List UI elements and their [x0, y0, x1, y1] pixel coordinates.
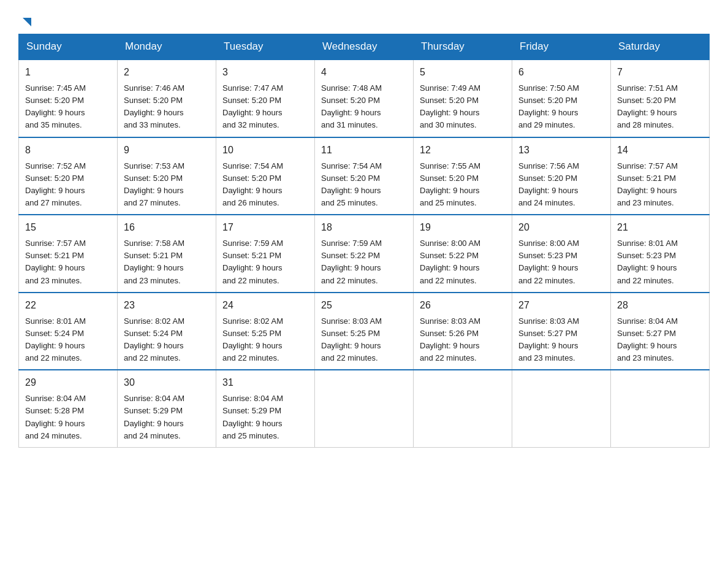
calendar-cell — [414, 370, 512, 447]
day-number: 30 — [124, 375, 210, 390]
day-number: 10 — [222, 143, 308, 158]
calendar-cell — [512, 370, 611, 447]
day-number: 9 — [124, 143, 210, 158]
day-info: Sunrise: 8:03 AMSunset: 5:27 PMDaylight:… — [518, 315, 604, 365]
day-info: Sunrise: 7:54 AMSunset: 5:20 PMDaylight:… — [321, 160, 407, 210]
calendar-cell: 2Sunrise: 7:46 AMSunset: 5:20 PMDaylight… — [118, 59, 216, 137]
calendar-cell: 26Sunrise: 8:03 AMSunset: 5:26 PMDayligh… — [414, 293, 512, 370]
day-number: 1 — [25, 65, 111, 80]
day-info: Sunrise: 7:58 AMSunset: 5:21 PMDaylight:… — [124, 237, 210, 287]
day-info: Sunrise: 8:03 AMSunset: 5:26 PMDaylight:… — [420, 315, 506, 365]
calendar-cell: 1Sunrise: 7:45 AMSunset: 5:20 PMDaylight… — [19, 59, 118, 137]
day-info: Sunrise: 8:04 AMSunset: 5:28 PMDaylight:… — [25, 393, 111, 442]
calendar-cell: 31Sunrise: 8:04 AMSunset: 5:29 PMDayligh… — [216, 370, 315, 447]
day-info: Sunrise: 8:00 AMSunset: 5:22 PMDaylight:… — [420, 237, 506, 287]
day-info: Sunrise: 7:49 AMSunset: 5:20 PMDaylight:… — [420, 82, 506, 132]
calendar-table: SundayMondayTuesdayWednesdayThursdayFrid… — [18, 34, 710, 448]
day-info: Sunrise: 7:56 AMSunset: 5:20 PMDaylight:… — [518, 160, 604, 210]
day-info: Sunrise: 7:55 AMSunset: 5:20 PMDaylight:… — [420, 160, 506, 210]
calendar-cell: 19Sunrise: 8:00 AMSunset: 5:22 PMDayligh… — [414, 215, 512, 293]
week-row-1: 1Sunrise: 7:45 AMSunset: 5:20 PMDaylight… — [19, 59, 710, 137]
day-number: 22 — [25, 298, 111, 313]
day-info: Sunrise: 8:02 AMSunset: 5:24 PMDaylight:… — [124, 315, 210, 365]
day-header-saturday: Saturday — [611, 34, 710, 60]
day-number: 11 — [321, 143, 407, 158]
calendar-cell: 17Sunrise: 7:59 AMSunset: 5:21 PMDayligh… — [216, 215, 315, 293]
day-info: Sunrise: 8:03 AMSunset: 5:25 PMDaylight:… — [321, 315, 407, 365]
day-number: 26 — [420, 298, 506, 313]
day-header-tuesday: Tuesday — [216, 34, 315, 60]
day-info: Sunrise: 8:01 AMSunset: 5:24 PMDaylight:… — [25, 315, 111, 365]
day-info: Sunrise: 8:04 AMSunset: 5:29 PMDaylight:… — [222, 393, 308, 442]
day-header-monday: Monday — [118, 34, 216, 60]
calendar-cell: 16Sunrise: 7:58 AMSunset: 5:21 PMDayligh… — [118, 215, 216, 293]
day-number: 17 — [222, 220, 308, 235]
day-number: 31 — [222, 375, 308, 390]
day-info: Sunrise: 7:59 AMSunset: 5:22 PMDaylight:… — [321, 237, 407, 287]
calendar-cell: 21Sunrise: 8:01 AMSunset: 5:23 PMDayligh… — [611, 215, 710, 293]
calendar-cell: 7Sunrise: 7:51 AMSunset: 5:20 PMDaylight… — [611, 59, 710, 137]
day-number: 16 — [124, 220, 210, 235]
calendar-cell: 14Sunrise: 7:57 AMSunset: 5:21 PMDayligh… — [611, 137, 710, 215]
day-header-wednesday: Wednesday — [315, 34, 414, 60]
day-number: 13 — [518, 143, 604, 158]
calendar-cell: 15Sunrise: 7:57 AMSunset: 5:21 PMDayligh… — [19, 215, 118, 293]
day-number: 2 — [124, 65, 210, 80]
day-header-sunday: Sunday — [19, 34, 118, 60]
calendar-cell — [315, 370, 414, 447]
day-number: 4 — [321, 65, 407, 80]
day-info: Sunrise: 8:04 AMSunset: 5:27 PMDaylight:… — [617, 315, 703, 365]
day-number: 21 — [617, 220, 703, 235]
day-number: 14 — [617, 143, 703, 158]
day-number: 5 — [420, 65, 506, 80]
day-info: Sunrise: 7:57 AMSunset: 5:21 PMDaylight:… — [25, 237, 111, 287]
day-info: Sunrise: 7:46 AMSunset: 5:20 PMDaylight:… — [124, 82, 210, 132]
day-info: Sunrise: 7:59 AMSunset: 5:21 PMDaylight:… — [222, 237, 308, 287]
day-info: Sunrise: 7:48 AMSunset: 5:20 PMDaylight:… — [321, 82, 407, 132]
page-header — [18, 12, 710, 28]
calendar-cell: 3Sunrise: 7:47 AMSunset: 5:20 PMDaylight… — [216, 59, 315, 137]
calendar-cell: 20Sunrise: 8:00 AMSunset: 5:23 PMDayligh… — [512, 215, 611, 293]
week-row-5: 29Sunrise: 8:04 AMSunset: 5:28 PMDayligh… — [19, 370, 710, 447]
day-info: Sunrise: 7:47 AMSunset: 5:20 PMDaylight:… — [222, 82, 308, 132]
day-info: Sunrise: 8:02 AMSunset: 5:25 PMDaylight:… — [222, 315, 308, 365]
calendar-cell: 4Sunrise: 7:48 AMSunset: 5:20 PMDaylight… — [315, 59, 414, 137]
day-number: 29 — [25, 375, 111, 390]
day-info: Sunrise: 8:01 AMSunset: 5:23 PMDaylight:… — [617, 237, 703, 287]
day-info: Sunrise: 8:04 AMSunset: 5:29 PMDaylight:… — [124, 393, 210, 442]
calendar-cell: 25Sunrise: 8:03 AMSunset: 5:25 PMDayligh… — [315, 293, 414, 370]
calendar-cell: 27Sunrise: 8:03 AMSunset: 5:27 PMDayligh… — [512, 293, 611, 370]
day-number: 7 — [617, 65, 703, 80]
day-info: Sunrise: 7:54 AMSunset: 5:20 PMDaylight:… — [222, 160, 308, 210]
day-info: Sunrise: 7:53 AMSunset: 5:20 PMDaylight:… — [124, 160, 210, 210]
calendar-cell: 23Sunrise: 8:02 AMSunset: 5:24 PMDayligh… — [118, 293, 216, 370]
week-row-4: 22Sunrise: 8:01 AMSunset: 5:24 PMDayligh… — [19, 293, 710, 370]
day-info: Sunrise: 7:57 AMSunset: 5:21 PMDaylight:… — [617, 160, 703, 210]
day-number: 23 — [124, 298, 210, 313]
day-number: 27 — [518, 298, 604, 313]
week-row-3: 15Sunrise: 7:57 AMSunset: 5:21 PMDayligh… — [19, 215, 710, 293]
calendar-cell: 10Sunrise: 7:54 AMSunset: 5:20 PMDayligh… — [216, 137, 315, 215]
logo-triangle-icon — [20, 15, 34, 29]
calendar-cell: 22Sunrise: 8:01 AMSunset: 5:24 PMDayligh… — [19, 293, 118, 370]
svg-marker-0 — [23, 18, 31, 26]
day-number: 28 — [617, 298, 703, 313]
week-row-2: 8Sunrise: 7:52 AMSunset: 5:20 PMDaylight… — [19, 137, 710, 215]
day-info: Sunrise: 8:00 AMSunset: 5:23 PMDaylight:… — [518, 237, 604, 287]
day-header-friday: Friday — [512, 34, 611, 60]
calendar-cell: 29Sunrise: 8:04 AMSunset: 5:28 PMDayligh… — [19, 370, 118, 447]
day-info: Sunrise: 7:51 AMSunset: 5:20 PMDaylight:… — [617, 82, 703, 132]
day-number: 6 — [518, 65, 604, 80]
calendar-cell: 6Sunrise: 7:50 AMSunset: 5:20 PMDaylight… — [512, 59, 611, 137]
day-info: Sunrise: 7:52 AMSunset: 5:20 PMDaylight:… — [25, 160, 111, 210]
day-number: 20 — [518, 220, 604, 235]
logo — [18, 15, 34, 28]
calendar-cell — [611, 370, 710, 447]
day-header-thursday: Thursday — [414, 34, 512, 60]
calendar-cell: 13Sunrise: 7:56 AMSunset: 5:20 PMDayligh… — [512, 137, 611, 215]
calendar-cell: 12Sunrise: 7:55 AMSunset: 5:20 PMDayligh… — [414, 137, 512, 215]
day-number: 24 — [222, 298, 308, 313]
calendar-cell: 9Sunrise: 7:53 AMSunset: 5:20 PMDaylight… — [118, 137, 216, 215]
calendar-cell: 8Sunrise: 7:52 AMSunset: 5:20 PMDaylight… — [19, 137, 118, 215]
calendar-cell: 24Sunrise: 8:02 AMSunset: 5:25 PMDayligh… — [216, 293, 315, 370]
